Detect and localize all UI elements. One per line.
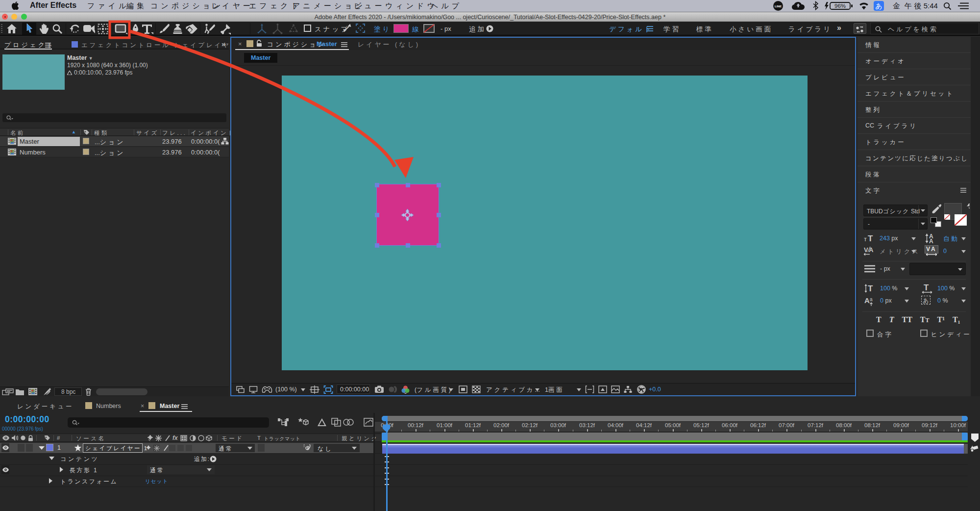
svg-text:96%: 96% [834,3,846,9]
svg-text:T: T [868,284,873,293]
svg-text:A: A [929,238,933,244]
svg-text:V: V [864,246,868,254]
svg-text:V: V [926,246,930,253]
svg-text:T: T [868,234,873,243]
svg-text:A: A [864,296,870,305]
svg-text:LINE: LINE [775,4,782,8]
svg-text:T: T [924,283,929,292]
svg-text:a: a [870,297,873,302]
svg-text:A: A [931,246,935,253]
svg-text:т: т [864,235,867,243]
svg-text:A: A [869,246,874,254]
